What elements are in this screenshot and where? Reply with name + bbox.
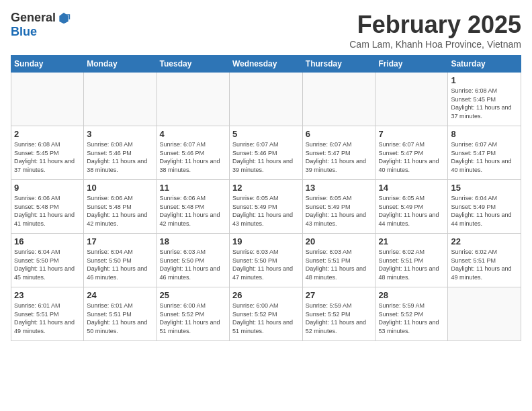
day-info: Sunrise: 6:04 AM Sunset: 5:50 PM Dayligh… [14,248,81,281]
day-info: Sunrise: 6:08 AM Sunset: 5:46 PM Dayligh… [87,140,153,174]
day-cell: 23Sunrise: 6:01 AM Sunset: 5:51 PM Dayli… [11,287,84,341]
day-info: Sunrise: 6:07 AM Sunset: 5:46 PM Dayligh… [160,140,226,174]
day-info: Sunrise: 6:05 AM Sunset: 5:49 PM Dayligh… [378,194,445,228]
day-cell: 26Sunrise: 6:00 AM Sunset: 5:52 PM Dayli… [229,287,302,341]
day-info: Sunrise: 6:00 AM Sunset: 5:52 PM Dayligh… [160,302,226,335]
day-cell: 9Sunrise: 6:06 AM Sunset: 5:48 PM Daylig… [11,180,84,234]
day-info: Sunrise: 6:05 AM Sunset: 5:49 PM Dayligh… [306,194,373,228]
day-cell: 18Sunrise: 6:03 AM Sunset: 5:50 PM Dayli… [157,234,229,287]
day-cell: 15Sunrise: 6:04 AM Sunset: 5:49 PM Dayli… [448,180,521,234]
logo-blue-text: Blue [11,25,37,39]
day-number: 6 [306,129,373,139]
day-cell: 7Sunrise: 6:07 AM Sunset: 5:47 PM Daylig… [375,126,448,180]
day-cell: 22Sunrise: 6:02 AM Sunset: 5:51 PM Dayli… [448,234,521,287]
day-number: 17 [87,236,153,246]
day-number: 25 [160,290,226,300]
day-info: Sunrise: 6:03 AM Sunset: 5:50 PM Dayligh… [160,248,226,281]
day-cell: 21Sunrise: 6:02 AM Sunset: 5:51 PM Dayli… [375,234,448,287]
weekday-header-saturday: Saturday [448,56,521,73]
day-info: Sunrise: 6:02 AM Sunset: 5:51 PM Dayligh… [451,248,518,281]
weekday-header-thursday: Thursday [302,56,375,73]
weekday-header-wednesday: Wednesday [229,56,302,73]
day-info: Sunrise: 6:06 AM Sunset: 5:48 PM Dayligh… [14,194,81,228]
day-info: Sunrise: 6:03 AM Sunset: 5:51 PM Dayligh… [306,248,373,281]
week-row-2: 9Sunrise: 6:06 AM Sunset: 5:48 PM Daylig… [11,180,521,234]
day-cell: 28Sunrise: 5:59 AM Sunset: 5:52 PM Dayli… [375,287,448,341]
day-number: 10 [87,183,153,193]
day-cell: 1Sunrise: 6:08 AM Sunset: 5:45 PM Daylig… [448,73,521,126]
day-info: Sunrise: 6:01 AM Sunset: 5:51 PM Dayligh… [87,302,153,335]
day-cell: 2Sunrise: 6:08 AM Sunset: 5:45 PM Daylig… [11,126,84,180]
day-info: Sunrise: 6:06 AM Sunset: 5:48 PM Dayligh… [160,194,226,228]
day-number: 14 [378,183,445,193]
day-cell: 14Sunrise: 6:05 AM Sunset: 5:49 PM Dayli… [375,180,448,234]
logo-general-text: General [11,11,56,25]
day-cell: 3Sunrise: 6:08 AM Sunset: 5:46 PM Daylig… [84,126,157,180]
weekday-header-tuesday: Tuesday [157,56,229,73]
week-row-3: 16Sunrise: 6:04 AM Sunset: 5:50 PM Dayli… [11,234,521,287]
week-row-1: 2Sunrise: 6:08 AM Sunset: 5:45 PM Daylig… [11,126,521,180]
day-info: Sunrise: 6:07 AM Sunset: 5:47 PM Dayligh… [451,140,518,174]
day-cell [11,73,84,126]
day-info: Sunrise: 6:07 AM Sunset: 5:47 PM Dayligh… [306,140,373,174]
day-cell: 25Sunrise: 6:00 AM Sunset: 5:52 PM Dayli… [157,287,229,341]
day-number: 1 [451,75,518,85]
day-cell [229,73,302,126]
day-info: Sunrise: 6:04 AM Sunset: 5:49 PM Dayligh… [451,194,518,228]
day-number: 11 [160,183,226,193]
day-number: 26 [232,290,300,300]
day-info: Sunrise: 6:01 AM Sunset: 5:51 PM Dayligh… [14,302,81,335]
day-cell: 17Sunrise: 6:04 AM Sunset: 5:50 PM Dayli… [84,234,157,287]
day-cell: 10Sunrise: 6:06 AM Sunset: 5:48 PM Dayli… [84,180,157,234]
day-number: 15 [451,183,518,193]
day-number: 27 [306,290,373,300]
day-number: 21 [378,236,445,246]
day-number: 12 [232,183,300,193]
day-cell: 5Sunrise: 6:07 AM Sunset: 5:46 PM Daylig… [229,126,302,180]
location: Cam Lam, Khanh Hoa Province, Vietnam [349,39,521,50]
day-info: Sunrise: 6:05 AM Sunset: 5:49 PM Dayligh… [232,194,300,228]
day-cell: 6Sunrise: 6:07 AM Sunset: 5:47 PM Daylig… [302,126,375,180]
day-number: 2 [14,129,81,139]
day-cell: 12Sunrise: 6:05 AM Sunset: 5:49 PM Dayli… [229,180,302,234]
day-cell: 27Sunrise: 5:59 AM Sunset: 5:52 PM Dayli… [302,287,375,341]
day-number: 28 [378,290,445,300]
day-cell [302,73,375,126]
day-cell [448,287,521,341]
day-cell: 11Sunrise: 6:06 AM Sunset: 5:48 PM Dayli… [157,180,229,234]
day-number: 20 [306,236,373,246]
day-number: 9 [14,183,81,193]
day-info: Sunrise: 6:08 AM Sunset: 5:45 PM Dayligh… [451,87,518,120]
day-number: 7 [378,129,445,139]
day-cell: 4Sunrise: 6:07 AM Sunset: 5:46 PM Daylig… [157,126,229,180]
day-number: 23 [14,290,81,300]
day-info: Sunrise: 6:00 AM Sunset: 5:52 PM Dayligh… [232,302,300,335]
logo: General Blue [11,11,71,39]
day-info: Sunrise: 5:59 AM Sunset: 5:52 PM Dayligh… [378,302,445,335]
day-number: 13 [306,183,373,193]
weekday-header-sunday: Sunday [11,56,84,73]
week-row-4: 23Sunrise: 6:01 AM Sunset: 5:51 PM Dayli… [11,287,521,341]
day-cell: 13Sunrise: 6:05 AM Sunset: 5:49 PM Dayli… [302,180,375,234]
title-block: February 2025 Cam Lam, Khanh Hoa Provinc… [349,11,521,50]
week-row-0: 1Sunrise: 6:08 AM Sunset: 5:45 PM Daylig… [11,73,521,126]
page-header: General Blue February 2025 Cam Lam, Khan… [11,11,521,50]
day-info: Sunrise: 5:59 AM Sunset: 5:52 PM Dayligh… [306,302,373,335]
day-cell: 8Sunrise: 6:07 AM Sunset: 5:47 PM Daylig… [448,126,521,180]
day-number: 19 [232,236,300,246]
calendar-table: SundayMondayTuesdayWednesdayThursdayFrid… [11,55,521,341]
weekday-header-friday: Friday [375,56,448,73]
day-number: 22 [451,236,518,246]
weekday-header-row: SundayMondayTuesdayWednesdayThursdayFrid… [11,56,521,73]
day-info: Sunrise: 6:07 AM Sunset: 5:46 PM Dayligh… [232,140,300,174]
day-number: 3 [87,129,153,139]
day-info: Sunrise: 6:02 AM Sunset: 5:51 PM Dayligh… [378,248,445,281]
day-cell: 16Sunrise: 6:04 AM Sunset: 5:50 PM Dayli… [11,234,84,287]
day-number: 24 [87,290,153,300]
day-number: 5 [232,129,300,139]
day-number: 4 [160,129,226,139]
day-cell [84,73,157,126]
day-number: 18 [160,236,226,246]
day-cell: 19Sunrise: 6:03 AM Sunset: 5:50 PM Dayli… [229,234,302,287]
day-info: Sunrise: 6:03 AM Sunset: 5:50 PM Dayligh… [232,248,300,281]
